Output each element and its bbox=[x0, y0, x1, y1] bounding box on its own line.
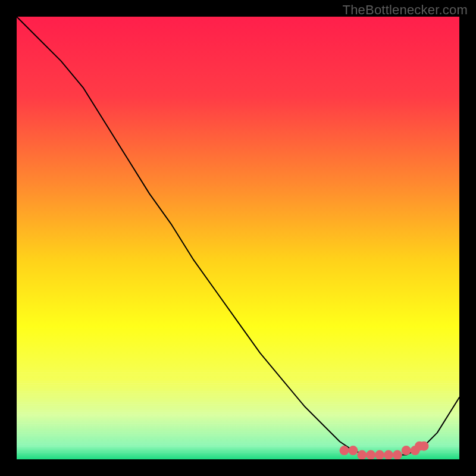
valley-marker bbox=[357, 450, 367, 459]
valley-marker bbox=[366, 450, 375, 459]
valley-marker bbox=[393, 450, 402, 459]
valley-marker bbox=[384, 450, 393, 459]
valley-marker bbox=[340, 446, 349, 455]
chart-svg bbox=[17, 17, 459, 459]
valley-marker bbox=[375, 450, 384, 459]
valley-marker bbox=[402, 446, 411, 455]
chart-frame: TheBottlenecker.com bbox=[0, 0, 476, 476]
heatmap-background bbox=[17, 17, 459, 459]
valley-marker bbox=[419, 441, 428, 451]
watermark-text: TheBottlenecker.com bbox=[343, 2, 468, 18]
valley-marker bbox=[348, 446, 358, 455]
plot-area bbox=[17, 17, 459, 459]
